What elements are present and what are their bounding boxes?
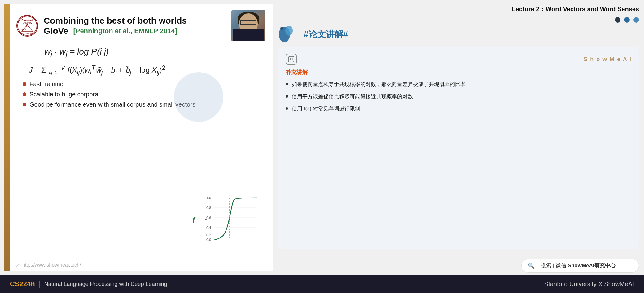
svg-text:Stanford: Stanford bbox=[22, 19, 33, 22]
ai-icon: AI bbox=[286, 54, 297, 65]
slide-title-main: Combining the best of both worlds bbox=[44, 16, 226, 26]
lecture-title: Lecture 2：Word Vectors and Word Senses bbox=[278, 2, 639, 17]
card-subtitle: 补充讲解 bbox=[286, 69, 632, 76]
right-panel: Lecture 2：Word Vectors and Word Senses #… bbox=[278, 0, 644, 275]
svg-point-22 bbox=[285, 26, 293, 36]
svg-text:Natural Language Processing: Natural Language Processing bbox=[17, 33, 37, 34]
dot-2 bbox=[624, 17, 630, 23]
cursor-icon: ↗ bbox=[15, 262, 20, 269]
bullet-item-1: Fast training bbox=[23, 81, 265, 88]
annotation-bullet-1: 如果使向量点积等于共现概率的对数，那么向量差异变成了共现概率的比率 bbox=[286, 80, 632, 88]
bullet-points: Fast training Scalable to huge corpora G… bbox=[23, 81, 265, 108]
dots-row bbox=[278, 17, 639, 23]
svg-text:0.2: 0.2 bbox=[206, 233, 211, 237]
search-bar[interactable]: 🔍 搜索 | 微信 ShowMeAI研究中心 bbox=[521, 259, 639, 273]
svg-text:0.0: 0.0 bbox=[206, 238, 211, 242]
wave-svg-icon bbox=[278, 25, 300, 44]
chart-svg: 1.0 0.8 0.6 0.4 0.2 0.0 bbox=[205, 193, 261, 246]
equation-2: J = Σ i,j=1 V f(Xij)(wiTw̃j + bi + b̃j −… bbox=[29, 64, 265, 76]
svg-point-23 bbox=[280, 27, 283, 30]
bullet-dot-2 bbox=[23, 92, 26, 96]
bottom-left: CS224n | Natural Language Processing wit… bbox=[10, 280, 167, 288]
slide-title-ref: [Pennington et al., EMNLP 2014] bbox=[73, 27, 177, 35]
circle-decoration bbox=[174, 72, 223, 122]
bullet-item-3: Good performance even with small corpus … bbox=[23, 101, 265, 108]
annotation-bullet-2: 使用平方误差促使点积尽可能得接近共现概率的对数 bbox=[286, 93, 632, 101]
slide-footer: ↗ http://www.showmeai.tech/ bbox=[10, 259, 273, 271]
annotation-card: AI S h o w M e A I 补充讲解 如果使向量点积等于共现概率的对数… bbox=[278, 47, 639, 249]
bottom-right: Stanford University X ShowMeAI bbox=[544, 281, 634, 288]
bullet-item-2: Scalable to huge corpora bbox=[23, 91, 265, 98]
annotation-bullet-dot-2 bbox=[286, 95, 288, 98]
course-code: CS224n bbox=[10, 280, 35, 288]
slide-header: Stanford University S NLP Natural Langua… bbox=[16, 10, 265, 41]
math-equations: wi · wj = log P(i|j) J = Σ i,j=1 V f(Xij… bbox=[20, 47, 265, 76]
search-text: 搜索 | 微信 ShowMeAI研究中心 bbox=[541, 262, 616, 269]
stanford-logo: Stanford University S NLP Natural Langua… bbox=[16, 15, 38, 37]
equation-1: wi · wj = log P(i|j) bbox=[44, 47, 265, 59]
annotation-bullet-dot-1 bbox=[286, 83, 288, 85]
slide-panel: Stanford University S NLP Natural Langua… bbox=[4, 4, 273, 271]
bullet-dot-3 bbox=[23, 103, 26, 106]
bottom-bar: CS224n | Natural Language Processing wit… bbox=[0, 275, 644, 293]
svg-text:0.8: 0.8 bbox=[206, 206, 211, 210]
dot-3 bbox=[633, 17, 639, 23]
professor-photo bbox=[231, 10, 265, 41]
showmeai-watermark: S h o w M e A I bbox=[584, 56, 632, 63]
course-description: Natural Language Processing with Deep Le… bbox=[44, 281, 167, 287]
card-header: AI S h o w M e A I bbox=[286, 54, 632, 65]
svg-text:AI: AI bbox=[290, 58, 293, 61]
bottom-separator: | bbox=[39, 280, 41, 288]
svg-text:0.4: 0.4 bbox=[206, 226, 211, 229]
footer-url: http://www.showmeai.tech/ bbox=[22, 262, 81, 268]
bullet-dot-1 bbox=[23, 82, 26, 86]
svg-text:1.0: 1.0 bbox=[206, 196, 211, 200]
annotation-header: #论文讲解# bbox=[278, 25, 639, 44]
slide-left-accent bbox=[4, 4, 10, 271]
search-icon: 🔍 bbox=[528, 262, 535, 269]
annotation-bullet-3: 使用 f(x) 对常见单词进行限制 bbox=[286, 105, 632, 113]
slide-title-block: Combining the best of both worlds GloVe … bbox=[44, 16, 226, 36]
chart-area: f ~ 1.0 0.8 0.6 0.4 0.2 0.0 bbox=[186, 193, 261, 246]
annotation-title: #论文讲解# bbox=[304, 29, 348, 40]
annotation-bullet-dot-3 bbox=[286, 107, 288, 110]
chart-f-label: f bbox=[192, 215, 195, 225]
dot-1 bbox=[615, 17, 620, 23]
svg-text:0.6: 0.6 bbox=[206, 216, 211, 220]
slide-title-sub: GloVe bbox=[44, 26, 68, 36]
